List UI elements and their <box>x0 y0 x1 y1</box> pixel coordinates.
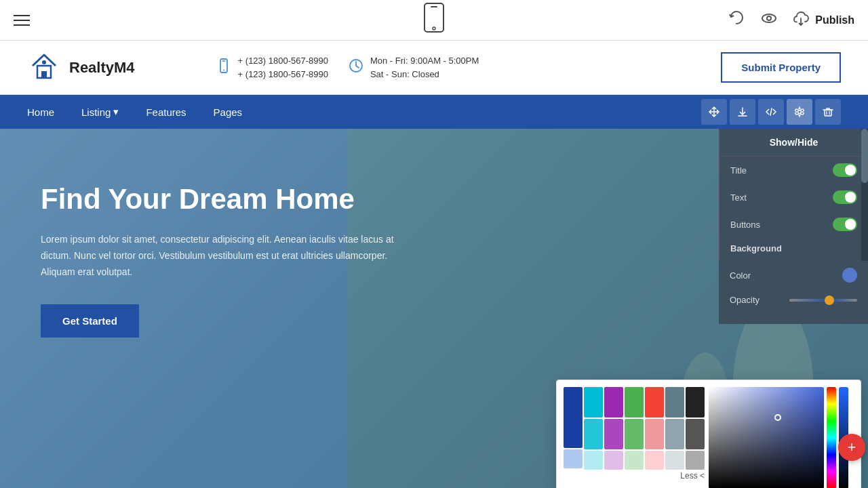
color-swatches-area: Less < <box>564 387 705 488</box>
svg-point-15 <box>798 110 802 114</box>
hue-strip[interactable] <box>827 387 836 488</box>
svg-rect-7 <box>41 71 47 78</box>
submit-property-button[interactable]: Submit Property <box>721 52 841 83</box>
gradient-picker-area <box>709 387 848 488</box>
color-swatch[interactable] <box>842 268 857 283</box>
swatch-lightcyan[interactable] <box>584 451 603 470</box>
nav-home[interactable]: Home <box>27 106 54 118</box>
phone-contact: + (123) 1800-567-8990 + (123) 1800-567-8… <box>216 54 328 81</box>
swatch-purple[interactable] <box>604 387 623 418</box>
clock-icon <box>349 58 363 77</box>
bottom-panel: Color Opacity <box>719 261 868 324</box>
swatch-purple2[interactable] <box>604 419 623 449</box>
swatch-green2[interactable] <box>625 419 644 449</box>
undo-icon[interactable] <box>727 9 746 32</box>
buttons-toggle-label: Buttons <box>730 220 760 230</box>
toolbar-center <box>423 3 445 37</box>
menu-icon[interactable] <box>14 15 30 26</box>
nav-bar: Home Listing ▾ Features Pages <box>0 95 868 129</box>
swatch-lightgreen[interactable] <box>625 451 644 470</box>
download-tool-button[interactable] <box>730 99 755 125</box>
color-picker-panel: Less < <box>556 380 861 488</box>
toolbar-left <box>14 15 30 26</box>
get-started-button[interactable]: Get Started <box>41 304 139 338</box>
top-toolbar: Publish <box>0 0 868 41</box>
color-gradient[interactable] <box>709 387 824 488</box>
swatch-black[interactable] <box>686 387 705 418</box>
nav-toolbar <box>701 99 841 125</box>
color-row: Color <box>719 261 868 289</box>
showhide-title: Show/Hide <box>719 129 868 157</box>
swatch-grey[interactable] <box>665 387 684 418</box>
svg-point-3 <box>762 14 776 22</box>
gradient-selector-dot <box>774 414 781 421</box>
opacity-slider[interactable] <box>789 299 857 302</box>
buttons-toggle-row: Buttons <box>719 211 868 238</box>
nav-pages[interactable]: Pages <box>214 106 243 118</box>
scroll-thumb[interactable] <box>861 129 868 183</box>
move-tool-button[interactable] <box>701 99 727 125</box>
hero-title: Find Your Dream Home <box>41 183 420 216</box>
text-toggle[interactable] <box>833 190 857 204</box>
buttons-toggle[interactable] <box>833 218 857 231</box>
swatch-lightpurple[interactable] <box>604 451 623 470</box>
svg-line-14 <box>770 108 772 115</box>
hours-contact: Mon - Fri: 9:00AM - 5:00PM Sat - Sun: Cl… <box>349 54 479 81</box>
contact-info: + (123) 1800-567-8990 + (123) 1800-567-8… <box>216 54 479 81</box>
svg-point-8 <box>42 60 46 64</box>
eye-icon[interactable] <box>760 9 778 32</box>
settings-tool-button[interactable] <box>787 99 812 125</box>
code-tool-button[interactable] <box>758 99 784 125</box>
scroll-track <box>861 129 868 261</box>
phone-text: + (123) 1800-567-8990 + (123) 1800-567-8… <box>238 54 328 81</box>
svg-point-11 <box>223 70 224 71</box>
less-button[interactable]: Less < <box>564 471 705 481</box>
svg-point-4 <box>767 16 771 20</box>
hero-content: Find Your Dream Home Lorem ipsum dolor s… <box>0 129 461 392</box>
site-header: RealtyM4 + (123) 1800-567-8990 + (123) 1… <box>0 41 868 95</box>
phone-icon <box>216 58 231 77</box>
nav-features[interactable]: Features <box>146 106 186 118</box>
swatch-red[interactable] <box>645 387 664 418</box>
swatch-lightgrey[interactable] <box>665 451 684 470</box>
svg-rect-16 <box>825 110 831 116</box>
swatch-grey2[interactable] <box>665 419 684 449</box>
logo-icon <box>27 49 61 86</box>
nav-listing[interactable]: Listing ▾ <box>81 106 119 118</box>
publish-button[interactable]: Publish <box>792 12 854 29</box>
background-label: Background <box>719 238 868 256</box>
chevron-down-icon: ▾ <box>113 106 119 118</box>
title-toggle-row: Title <box>719 157 868 184</box>
text-toggle-row: Text <box>719 184 868 211</box>
swatch-lightblue[interactable] <box>564 449 583 468</box>
swatch-blue[interactable] <box>564 387 583 448</box>
swatch-lightred[interactable] <box>645 451 664 470</box>
hero-text: Lorem ipsum dolor sit amet, consectetur … <box>41 232 420 280</box>
trash-tool-button[interactable] <box>815 99 841 125</box>
title-toggle-label: Title <box>730 165 747 176</box>
swatch-cyan2[interactable] <box>584 419 603 449</box>
add-fab-button[interactable]: + <box>838 434 865 461</box>
swatch-darkgrey[interactable] <box>686 419 705 449</box>
toolbar-right: Publish <box>727 9 854 32</box>
swatch-cyan[interactable] <box>584 387 603 418</box>
color-label: Color <box>730 270 751 281</box>
logo-area: RealtyM4 <box>27 49 135 86</box>
main-content: Find Your Dream Home Lorem ipsum dolor s… <box>0 129 868 488</box>
svg-point-2 <box>433 27 435 30</box>
publish-cloud-icon <box>792 12 810 29</box>
swatch-red2[interactable] <box>645 419 664 449</box>
text-toggle-label: Text <box>730 192 747 203</box>
phone-preview-icon[interactable] <box>423 3 445 37</box>
showhide-panel: Show/Hide Title Text Buttons Background <box>719 129 868 261</box>
logo-text: RealtyM4 <box>69 59 135 77</box>
hours-text: Mon - Fri: 9:00AM - 5:00PM Sat - Sun: Cl… <box>370 54 479 81</box>
opacity-row: Opacity <box>719 289 868 310</box>
title-toggle[interactable] <box>833 163 857 177</box>
swatch-medgrey[interactable] <box>686 451 705 470</box>
swatch-green[interactable] <box>625 387 644 418</box>
opacity-label: Opacity <box>730 295 760 305</box>
publish-label: Publish <box>815 14 854 26</box>
color-picker-inner: Less < <box>564 387 854 488</box>
